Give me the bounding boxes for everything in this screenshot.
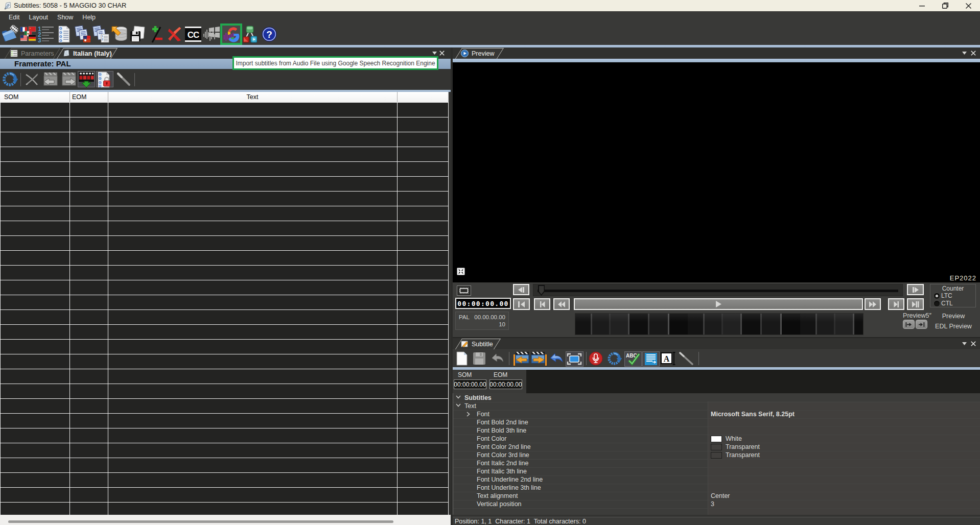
timecode-display[interactable]: 00:00:00.00	[455, 298, 511, 309]
refresh-blue-button[interactable]	[606, 351, 621, 366]
subtitle-text-editor[interactable]	[526, 370, 980, 393]
subtitle-table-body[interactable]	[0, 102, 449, 515]
closed-caption-button[interactable]: CC	[185, 25, 201, 43]
left-panel-close-button[interactable]	[438, 47, 446, 59]
seek-slider[interactable]	[533, 284, 903, 296]
property-value[interactable]: White	[726, 435, 742, 443]
expander-icon[interactable]	[466, 444, 473, 450]
preview-close-button[interactable]	[970, 47, 977, 59]
expander-icon[interactable]	[466, 452, 473, 459]
rewind-button[interactable]	[553, 298, 570, 310]
subtitle-menu-button[interactable]	[961, 338, 968, 349]
radio-ltc-icon[interactable]	[934, 293, 940, 299]
preview-label[interactable]: Preview	[928, 313, 979, 320]
video-preview-area[interactable]: EP2022	[453, 62, 980, 282]
som-input[interactable]: 00:00:00.00	[454, 379, 486, 389]
tab-parameters[interactable]: Parameters	[8, 48, 60, 59]
expander-icon[interactable]	[466, 412, 473, 418]
tab-italian[interactable]: Italian (Italy)	[60, 48, 118, 59]
next-frame-button[interactable]	[888, 298, 904, 310]
clapper-next-button[interactable]	[61, 71, 78, 87]
tab-subtitle[interactable]: Subtitle	[459, 339, 501, 349]
prev-frame-button[interactable]	[534, 298, 550, 310]
cut-button[interactable]	[24, 71, 40, 87]
slider-track[interactable]	[538, 290, 898, 292]
record-audio-button[interactable]	[589, 351, 603, 366]
clapper-out-button[interactable]	[531, 351, 548, 366]
play-button[interactable]	[574, 298, 863, 310]
copy-subtitles-button[interactable]	[75, 25, 91, 43]
open-project-button[interactable]	[2, 25, 18, 43]
go-start-button[interactable]	[513, 298, 530, 310]
add-remove-button[interactable]	[148, 25, 165, 43]
help-button[interactable]: ?	[262, 25, 277, 43]
numbered-list-button[interactable]: 1 2 3	[37, 25, 54, 43]
column-header-som[interactable]: SOM	[4, 92, 18, 102]
radio-ltc[interactable]: LTC	[934, 292, 952, 299]
column-header-eom[interactable]: EOM	[72, 92, 86, 102]
property-row[interactable]: Vertical position 3	[453, 500, 980, 509]
property-row[interactable]: Text alignment Center	[453, 492, 980, 500]
edl-preview-label[interactable]: EDL Preview	[928, 323, 979, 330]
clapper-in-button[interactable]	[512, 351, 529, 366]
property-row[interactable]: Font Underline 3th line	[453, 484, 980, 492]
expander-icon[interactable]	[466, 485, 473, 491]
expander-icon[interactable]	[456, 403, 462, 410]
save-subtitle-button[interactable]	[472, 351, 486, 366]
property-row[interactable]: Font Color 3rd line Transparent	[453, 451, 980, 460]
undo-button[interactable]	[489, 351, 504, 366]
save-button[interactable]	[129, 25, 146, 43]
filmstrip-timeline[interactable]	[575, 313, 864, 335]
menu-layout[interactable]: Layout	[25, 14, 53, 21]
expander-icon[interactable]	[466, 469, 473, 475]
property-row[interactable]: Font Italic 3th line	[453, 468, 980, 476]
expander-icon[interactable]	[466, 502, 473, 508]
radio-ctl[interactable]: CTL	[934, 300, 953, 307]
restore-button[interactable]	[938, 0, 953, 11]
expander-icon[interactable]	[466, 493, 473, 499]
languages-button[interactable]	[20, 25, 36, 43]
undo-blue-button[interactable]	[549, 351, 563, 366]
preview-menu-button[interactable]	[961, 47, 968, 59]
lock-document-button[interactable]: G G G G	[96, 71, 113, 87]
audio-windows-button[interactable]	[203, 25, 220, 43]
expander-icon[interactable]	[466, 436, 473, 442]
expander-icon[interactable]	[466, 420, 473, 426]
expander-icon[interactable]	[456, 395, 462, 401]
step-back-button[interactable]	[513, 284, 529, 295]
eom-input[interactable]: 00:00:00.00	[489, 379, 522, 389]
menu-help[interactable]: Help	[78, 14, 100, 21]
refresh-button[interactable]	[2, 71, 18, 87]
film-frame-button[interactable]	[457, 285, 471, 296]
import-document-button[interactable]: G G G G	[57, 25, 71, 43]
property-row[interactable]: Font Bold 3th line	[453, 427, 980, 435]
property-value[interactable]: Center	[711, 492, 730, 500]
property-row[interactable]: Font Color White	[453, 435, 980, 443]
expander-icon[interactable]	[466, 477, 473, 483]
fast-forward-button[interactable]	[865, 298, 881, 310]
property-row[interactable]: Font Underline 2nd line	[453, 476, 980, 484]
wand-button[interactable]	[115, 71, 132, 87]
menu-show[interactable]: Show	[53, 14, 78, 21]
property-value[interactable]: Microsoft Sans Serif, 8.25pt	[711, 411, 795, 419]
preview-in-button[interactable]	[903, 320, 915, 329]
step-forward-button[interactable]	[907, 284, 924, 295]
property-row[interactable]: Font Microsoft Sans Serif, 8.25pt	[453, 411, 980, 419]
text-document-button[interactable]	[642, 351, 660, 367]
database-export-button[interactable]	[111, 25, 127, 43]
tab-preview[interactable]: Preview	[459, 48, 504, 59]
filmstrip-import-button[interactable]	[78, 71, 95, 87]
clapper-prev-button[interactable]	[42, 71, 58, 87]
subtitle-close-button[interactable]	[970, 338, 977, 349]
google-speech-button[interactable]	[223, 26, 240, 44]
horizontal-scrollbar[interactable]	[0, 515, 451, 525]
workflow-button[interactable]	[243, 25, 257, 43]
expander-icon[interactable]	[466, 461, 473, 467]
go-end-button[interactable]	[907, 298, 924, 310]
scrollbar-thumb[interactable]	[8, 520, 393, 523]
font-button[interactable]: A	[661, 351, 675, 366]
property-row[interactable]: Text	[453, 402, 980, 411]
radio-ctl-icon[interactable]	[934, 301, 940, 306]
preview-frame-button[interactable]	[566, 351, 584, 367]
wand-2-button[interactable]	[678, 351, 692, 366]
